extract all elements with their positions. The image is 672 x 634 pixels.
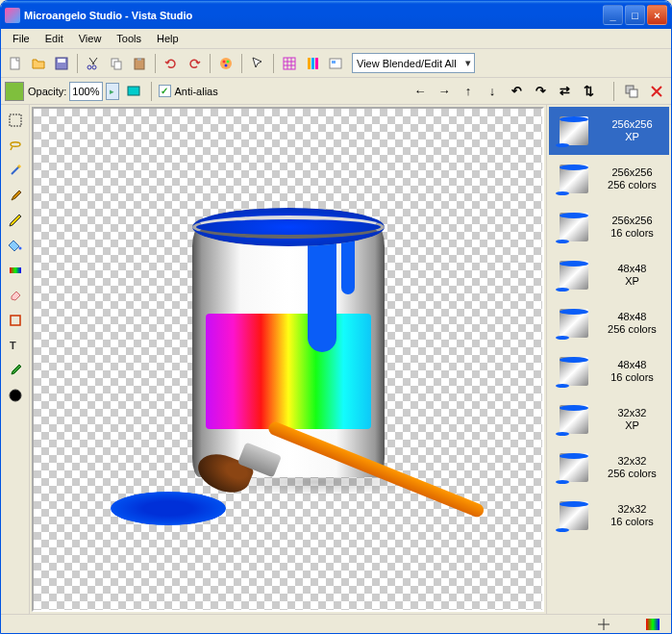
svg-point-9 [220,58,232,69]
format-item-0[interactable]: 256x256XP [549,107,669,155]
palette-button[interactable] [215,53,236,74]
nudge-up-button[interactable]: ↑ [458,81,479,102]
svg-rect-25 [11,316,20,325]
new-button[interactable] [5,53,26,74]
status-color-info [638,619,667,630]
screen-icon[interactable] [123,81,144,102]
foreground-color-swatch[interactable] [5,82,24,101]
cursor-tool[interactable] [247,53,268,74]
selection-tool[interactable] [4,109,27,132]
menu-tools[interactable]: Tools [109,31,149,46]
format-thumbnail-icon [554,447,594,488]
format-item-7[interactable]: 32x32256 colors [549,444,669,492]
view-mode-dropdown[interactable]: View Blended/Edit All [352,53,475,73]
format-info-label: 32x32XP [600,407,664,432]
format-item-8[interactable]: 32x3216 colors [549,492,669,540]
flip-h-button[interactable]: ⇄ [554,81,575,102]
text-tool[interactable]: T [4,334,27,357]
bucket-tool[interactable] [4,234,27,257]
undo-button[interactable] [161,53,182,74]
format-item-3[interactable]: 48x48XP [549,251,669,299]
menu-file[interactable]: File [5,31,37,46]
options-toolbar: Opacity: 100% ▸ ✓ Anti-alias ← → ↑ ↓ ↶ ↷… [1,78,671,105]
format-item-5[interactable]: 48x4816 colors [549,347,669,395]
color-picker-tool[interactable] [4,384,27,407]
nudge-right-button[interactable]: → [434,81,455,102]
preview-button[interactable] [325,53,346,74]
svg-rect-19 [128,87,139,95]
save-button[interactable] [51,53,72,74]
menu-view[interactable]: View [71,31,110,46]
format-info-label: 48x48256 colors [600,311,664,336]
pencil-tool[interactable] [4,209,27,232]
application-window: Microangelo Studio - Vista Studio _ □ × … [0,0,672,634]
format-thumbnail-icon [554,351,594,392]
new-format-button[interactable] [621,81,642,102]
minimize-button[interactable]: _ [603,5,623,25]
svg-point-12 [225,63,228,66]
svg-rect-22 [10,114,21,126]
wand-tool[interactable] [4,159,27,182]
open-button[interactable] [28,53,49,74]
svg-rect-0 [11,58,19,69]
format-item-2[interactable]: 256x25616 colors [549,203,669,251]
svg-rect-13 [284,58,295,69]
maximize-button[interactable]: □ [625,5,645,25]
format-list[interactable]: 256x256XP256x256256 colors256x25616 colo… [546,105,671,614]
body-area: T 256x256XP2 [1,105,671,614]
delete-format-button[interactable] [646,81,667,102]
opacity-label: Opacity: [28,86,66,97]
rotate-cw-button[interactable]: ↷ [530,81,551,102]
svg-rect-21 [630,89,637,97]
close-button[interactable]: × [647,5,667,25]
format-info-label: 256x256256 colors [600,166,664,191]
format-item-1[interactable]: 256x256256 colors [549,155,669,203]
opacity-value[interactable]: 100% [72,86,99,97]
svg-point-3 [87,65,91,69]
brush-tool[interactable] [4,184,27,207]
format-thumbnail-icon [554,495,594,536]
svg-rect-14 [308,58,311,69]
eyedropper-tool[interactable] [4,359,27,382]
titlebar[interactable]: Microangelo Studio - Vista Studio _ □ × [1,1,671,29]
app-icon [5,8,20,23]
eraser-tool[interactable] [4,284,27,307]
test-button[interactable] [302,53,323,74]
antialias-label: Anti-alias [175,86,218,97]
tool-panel: T [1,105,30,614]
menu-help[interactable]: Help [149,31,187,46]
rotate-ccw-button[interactable]: ↶ [506,81,527,102]
nudge-left-button[interactable]: ← [410,81,431,102]
format-thumbnail-icon [554,159,594,199]
canvas[interactable] [32,107,544,612]
menu-edit[interactable]: Edit [37,31,71,46]
svg-rect-16 [315,58,318,69]
status-cursor-position [588,617,619,632]
menubar: File Edit View Tools Help [1,29,671,49]
opacity-spin-button[interactable]: ▸ [106,83,119,100]
svg-rect-18 [332,61,336,63]
cut-button[interactable] [83,53,104,74]
gradient-tool[interactable] [4,259,27,282]
shape-tool[interactable] [4,309,27,332]
format-info-label: 32x32256 colors [600,455,664,480]
format-item-6[interactable]: 32x32XP [549,395,669,444]
format-item-4[interactable]: 48x48256 colors [549,299,669,347]
format-thumbnail-icon [554,207,594,247]
statusbar [1,614,671,633]
copy-button[interactable] [106,53,127,74]
format-thumbnail-icon [554,399,594,440]
nudge-down-button[interactable]: ↓ [482,81,503,102]
format-info-label: 256x256XP [600,118,664,143]
svg-rect-8 [137,58,141,61]
svg-point-4 [92,65,96,69]
antialias-checkbox[interactable]: ✓ [159,85,171,97]
redo-button[interactable] [184,53,205,74]
svg-point-23 [18,247,21,250]
lasso-tool[interactable] [4,134,27,157]
flip-v-button[interactable]: ⇅ [578,81,599,102]
svg-rect-6 [114,62,121,69]
grid-button[interactable] [279,53,300,74]
paste-button[interactable] [129,53,150,74]
svg-rect-15 [311,58,314,69]
